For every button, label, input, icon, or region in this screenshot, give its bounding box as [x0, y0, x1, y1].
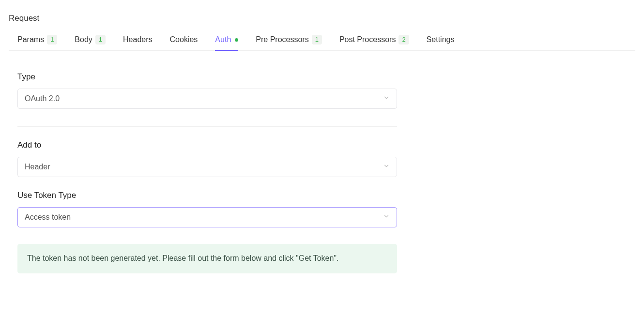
tab-label: Params [17, 35, 44, 44]
tab-pre-processors[interactable]: Pre Processors 1 [256, 30, 322, 50]
tab-body[interactable]: Body 1 [75, 30, 106, 50]
type-value: OAuth 2.0 [25, 94, 60, 103]
tab-label: Headers [123, 35, 152, 44]
tab-auth[interactable]: Auth [215, 30, 238, 50]
type-label: Type [17, 72, 397, 82]
tab-badge: 2 [399, 35, 409, 45]
tab-label: Auth [215, 35, 231, 44]
tab-post-processors[interactable]: Post Processors 2 [339, 30, 409, 50]
tab-label: Post Processors [339, 35, 396, 44]
type-select[interactable]: OAuth 2.0 [17, 89, 397, 109]
info-box: The token has not been generated yet. Pl… [17, 244, 397, 273]
addto-label: Add to [17, 140, 397, 150]
divider [17, 126, 397, 127]
token-type-label: Use Token Type [17, 191, 397, 200]
addto-value: Header [25, 163, 50, 171]
tab-badge: 1 [312, 35, 322, 45]
token-type-select[interactable]: Access token [17, 207, 397, 227]
section-title: Request [9, 14, 635, 23]
tabs: Params 1 Body 1 Headers Cookies Auth Pre… [9, 30, 635, 51]
tab-badge: 1 [95, 35, 106, 45]
tab-params[interactable]: Params 1 [17, 30, 57, 50]
tab-cookies[interactable]: Cookies [170, 30, 198, 50]
chevron-down-icon [383, 213, 390, 222]
tab-settings[interactable]: Settings [427, 30, 455, 50]
chevron-down-icon [383, 94, 390, 103]
tab-badge: 1 [47, 35, 57, 45]
token-type-value: Access token [25, 213, 71, 222]
tab-label: Cookies [170, 35, 198, 44]
tab-label: Settings [427, 35, 455, 44]
status-dot-icon [235, 38, 238, 42]
tab-label: Pre Processors [256, 35, 308, 44]
addto-select[interactable]: Header [17, 157, 397, 177]
chevron-down-icon [383, 163, 390, 171]
tab-label: Body [75, 35, 92, 44]
tab-headers[interactable]: Headers [123, 30, 152, 50]
